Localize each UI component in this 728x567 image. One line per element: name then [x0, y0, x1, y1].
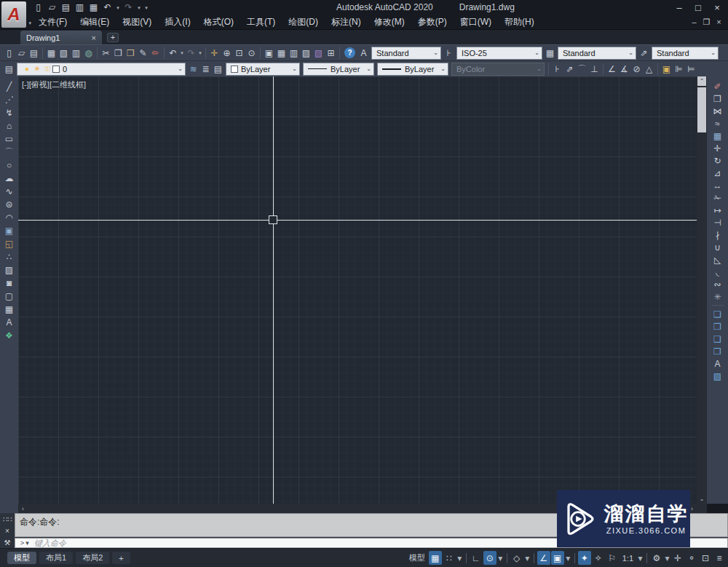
- spline-icon[interactable]: ∿: [1, 185, 17, 198]
- menu-edit[interactable]: 编辑(E): [74, 15, 116, 30]
- minimize-button[interactable]: –: [670, 0, 689, 15]
- layer-previous-icon[interactable]: ≣: [199, 63, 212, 76]
- pan-icon[interactable]: ✛: [208, 47, 221, 60]
- bring-above-objects-icon[interactable]: ❑: [708, 333, 727, 345]
- grid-icon[interactable]: ▦: [429, 551, 442, 565]
- doc-close-button[interactable]: ×: [713, 16, 725, 28]
- revision-cloud-icon[interactable]: ☁: [1, 172, 17, 185]
- menu-help[interactable]: 帮助(H): [498, 15, 541, 30]
- plot-preview-icon[interactable]: ▥: [70, 47, 82, 60]
- undo-icon[interactable]: ↶: [167, 47, 179, 60]
- group-icon[interactable]: ❖: [1, 329, 17, 342]
- annotation-visibility-icon[interactable]: ✦: [578, 551, 591, 565]
- point-icon[interactable]: ∴: [1, 250, 17, 263]
- menu-window[interactable]: 窗口(W): [454, 15, 498, 30]
- model-space-button[interactable]: 模型: [406, 552, 428, 564]
- layer-freeze-icon[interactable]: ☀: [32, 63, 42, 76]
- new-icon[interactable]: ▯: [3, 47, 15, 60]
- polygon-icon[interactable]: ⌂: [1, 119, 17, 132]
- osnap-dropdown-icon[interactable]: ▾: [565, 551, 571, 565]
- trim-icon[interactable]: ✁: [708, 191, 727, 204]
- linear-dimension-icon[interactable]: ⊦: [551, 63, 563, 76]
- ellipse-arc-icon[interactable]: ◠: [1, 211, 17, 224]
- markup-set-manager-icon[interactable]: ▧: [312, 47, 325, 60]
- object-snap-icon[interactable]: ▣: [551, 551, 564, 565]
- new-tab-button[interactable]: +: [107, 33, 119, 42]
- polyline-icon[interactable]: ↯: [1, 106, 17, 119]
- menu-view[interactable]: 视图(V): [116, 15, 158, 30]
- quick-dimension-icon[interactable]: ▣: [660, 63, 673, 76]
- line-icon[interactable]: ╱: [1, 80, 17, 93]
- lineweight-combo[interactable]: ByLayer ⌄: [377, 63, 448, 76]
- angle-dimension-icon[interactable]: △: [643, 63, 655, 76]
- table-icon[interactable]: ▦: [1, 303, 17, 316]
- drawing-tab[interactable]: Drawing1 ×: [20, 31, 102, 44]
- menu-format[interactable]: 格式(O): [197, 15, 240, 30]
- open-icon[interactable]: ▱: [15, 47, 28, 60]
- scroll-down-icon[interactable]: ⌄: [697, 494, 706, 504]
- offset-icon[interactable]: ≈: [708, 117, 727, 130]
- arc-length-dimension-icon[interactable]: ⌒: [576, 63, 588, 76]
- text-style-combo[interactable]: Standard ⌄: [371, 47, 441, 60]
- menu-draw[interactable]: 绘图(D): [282, 15, 325, 30]
- text-style-icon[interactable]: A: [357, 47, 370, 60]
- copy-icon[interactable]: ❐: [708, 92, 727, 105]
- dim-style-icon[interactable]: ⊦: [443, 47, 455, 60]
- stretch-icon[interactable]: ↔: [708, 179, 727, 191]
- redo-dropdown-icon[interactable]: ▾: [136, 1, 142, 14]
- redo-icon[interactable]: ↷: [122, 1, 135, 14]
- customization-icon[interactable]: ≡: [713, 551, 726, 565]
- viewport-controls-label[interactable]: [-][俯视][二维线框]: [22, 79, 86, 90]
- publish-icon[interactable]: ◍: [82, 47, 95, 60]
- snap-icon[interactable]: ∷: [443, 551, 456, 565]
- layer-states-icon[interactable]: ≋: [187, 63, 199, 76]
- redo-icon[interactable]: ↷: [185, 47, 197, 60]
- mleader-style-combo[interactable]: Standard ⌄: [652, 47, 719, 60]
- saveas-icon[interactable]: ▥: [74, 1, 86, 14]
- explode-icon[interactable]: ✳: [708, 290, 727, 303]
- properties-icon[interactable]: ▣: [263, 47, 275, 60]
- hatch-to-back-icon[interactable]: ▨: [708, 370, 727, 382]
- circle-icon[interactable]: ○: [1, 159, 17, 172]
- mtext-icon[interactable]: A: [1, 316, 17, 329]
- quick-calc-icon[interactable]: ⊞: [325, 47, 337, 60]
- ordinate-dimension-icon[interactable]: ⊥: [588, 63, 601, 76]
- layout-tab-new[interactable]: +: [112, 552, 130, 564]
- table-style-icon[interactable]: ▦: [544, 47, 556, 60]
- sheet-set-manager-icon[interactable]: ▨: [300, 47, 312, 60]
- scroll-up-icon[interactable]: ⌃: [697, 76, 706, 86]
- join-icon[interactable]: ∪: [708, 241, 727, 253]
- object-snap-tracking-icon[interactable]: ∠: [537, 551, 550, 565]
- gradient-icon[interactable]: ◙: [1, 277, 17, 290]
- doc-minimize-button[interactable]: –: [688, 16, 700, 28]
- markup-icon[interactable]: ✏: [149, 47, 162, 60]
- annotation-autoscale-icon[interactable]: ✧: [592, 551, 605, 565]
- annotation-scale-button[interactable]: 1:1: [620, 553, 636, 563]
- linetype-combo[interactable]: ByLayer ⌄: [303, 63, 374, 76]
- maximize-button[interactable]: □: [689, 0, 708, 15]
- region-icon[interactable]: ▢: [1, 290, 17, 303]
- command-close-icon[interactable]: ×: [1, 526, 13, 536]
- move-icon[interactable]: ✛: [708, 142, 727, 154]
- send-under-objects-icon[interactable]: ❒: [708, 345, 727, 357]
- polar-dropdown-icon[interactable]: ▾: [497, 551, 504, 565]
- scroll-left-icon[interactable]: ‹: [18, 504, 28, 513]
- zoom-previous-icon[interactable]: ⊙: [245, 47, 258, 60]
- autocad-logo[interactable]: A ▾: [1, 1, 26, 28]
- menu-parametric[interactable]: 参数(P): [411, 15, 454, 30]
- hatch-icon[interactable]: ▨: [1, 263, 17, 277]
- array-icon[interactable]: ▦: [708, 130, 727, 142]
- continue-dimension-icon[interactable]: ⊨: [685, 63, 697, 76]
- new-icon[interactable]: ▯: [32, 1, 44, 14]
- zoom-window-icon[interactable]: ⊡: [233, 47, 245, 60]
- rotate-icon[interactable]: ↻: [708, 154, 727, 167]
- menu-modify[interactable]: 修改(M): [368, 15, 411, 30]
- diameter-dimension-icon[interactable]: ⊘: [630, 63, 643, 76]
- qat-customize-icon[interactable]: ▾: [143, 1, 149, 14]
- designcenter-icon[interactable]: ▦: [275, 47, 288, 60]
- command-grip-icon[interactable]: ∷∷: [1, 515, 13, 524]
- copy-icon[interactable]: ❐: [112, 47, 124, 60]
- zoom-realtime-icon[interactable]: ⊕: [221, 47, 233, 60]
- break-icon[interactable]: ∤: [708, 229, 727, 241]
- layer-on-icon[interactable]: ●: [22, 63, 32, 76]
